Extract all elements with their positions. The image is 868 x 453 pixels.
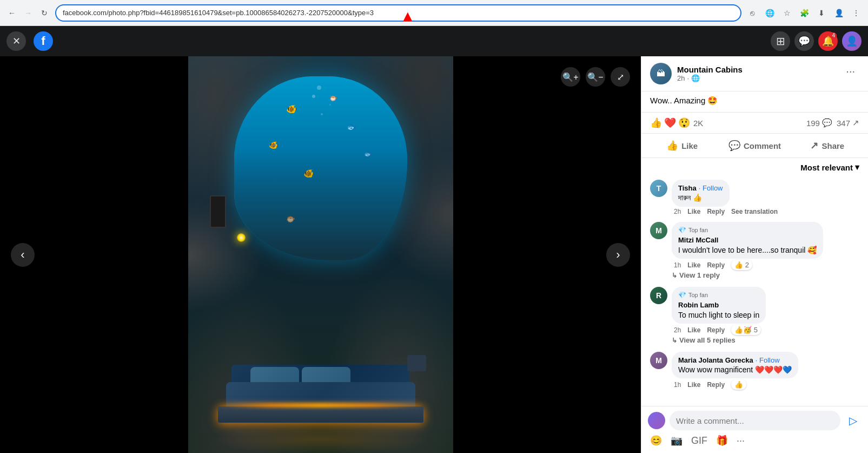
account-icon[interactable]: 👤 [842, 31, 862, 51]
comment-item: M Maria Jolanta Gorecka · Follow Wow wow… [646, 349, 864, 393]
robin-like-button[interactable]: Like [687, 326, 700, 334]
browser-toolbar: ⎋ 🌐 ☆ 🧩 ⬇ 👤 ⋮ [745, 5, 864, 21]
fish: 🐡 [329, 95, 337, 102]
comment-tools: 😊 📷 GIF 🎁 ··· [648, 432, 747, 449]
comment-toolbar: 😊 📷 GIF 🎁 ··· [641, 430, 868, 453]
diamond-icon: 💎 [678, 226, 686, 234]
gif-tool-button[interactable]: GIF [689, 432, 710, 449]
sticker-tool-button[interactable]: 🎁 [714, 432, 730, 449]
sort-button[interactable]: Most relevant ▾ [800, 162, 859, 172]
extensions-icon[interactable]: 🧩 [797, 5, 812, 21]
robin-view-replies-button[interactable]: ↳ View all 5 replies [672, 335, 736, 345]
robin-reaction-count: 👍🥳 5 [731, 325, 761, 335]
commenter-avatar [648, 412, 665, 429]
photo-tool-button[interactable]: 📷 [668, 432, 685, 449]
maria-reaction-count: 👍 [731, 379, 746, 390]
like-button[interactable]: 👍 Like [646, 136, 718, 155]
share-button[interactable]: ↗ Share [791, 136, 864, 155]
maria-avatar: M [650, 352, 667, 369]
notifications-icon[interactable]: 🔔4 [818, 31, 838, 51]
more-tools-button[interactable]: ··· [734, 432, 747, 449]
maria-comment-text: Wow wow magnificent ❤️❤️❤️💙 [678, 365, 792, 374]
apps-grid-icon[interactable]: ⊞ [771, 31, 790, 51]
comment-icon: 💬 [728, 140, 740, 152]
reaction-count: 2K [693, 119, 703, 128]
forward-button[interactable]: → [21, 5, 36, 21]
tisha-author-name: Tisha [678, 184, 697, 192]
bed-base [218, 406, 423, 423]
tisha-like-button[interactable]: Like [687, 208, 700, 215]
maria-author-name: Maria Jolanta Gorecka [678, 356, 753, 364]
zoom-out-button[interactable]: 🔍− [586, 67, 605, 87]
translate-icon[interactable]: 🌐 [762, 5, 777, 21]
mitzi-view-replies-button[interactable]: ↳ View 1 reply [672, 270, 720, 280]
messenger-icon[interactable]: 💬 [794, 31, 814, 51]
reaction-stats: 199 💬 347 ↗ [806, 118, 859, 128]
maria-follow-button[interactable]: · Follow [756, 356, 780, 364]
robin-comment-text: To much light to sleep in [678, 311, 759, 319]
nightstand [407, 355, 426, 371]
mitzi-comment-time: 1h [674, 261, 681, 269]
fish: 🐠 [269, 141, 278, 149]
download-icon[interactable]: ⬇ [814, 5, 829, 21]
mitzi-like-button[interactable]: Like [687, 261, 700, 269]
profile-icon[interactable]: 👤 [831, 5, 846, 21]
lamp [237, 233, 246, 242]
fish: 🐟 [347, 122, 356, 131]
menu-icon[interactable]: ⋮ [849, 5, 864, 21]
nav-buttons: ← → ↻ [4, 5, 52, 21]
post-text: Wow.. Amazing 🤩 [650, 96, 718, 105]
robin-comment-time: 2h [674, 326, 681, 334]
facebook-logo-button[interactable]: f [34, 31, 53, 51]
floor-glow [213, 423, 429, 454]
comments-section: T Tisha · Follow দারুন 👍 2h Like Reply S… [641, 176, 868, 406]
bubble [312, 95, 315, 98]
tisha-follow-button[interactable]: · Follow [699, 184, 723, 192]
close-button[interactable]: ✕ [6, 31, 26, 51]
tisha-translate-button[interactable]: See translation [731, 208, 778, 215]
reaction-summary: 👍 ❤️ 😲 2K [650, 117, 703, 129]
comment-button[interactable]: 💬 Comment [718, 136, 791, 155]
mitzi-avatar: M [650, 222, 667, 239]
like-emoji: 👍 [650, 117, 662, 129]
send-comment-button[interactable]: ▷ [845, 412, 862, 429]
comment-text-input[interactable] [670, 411, 840, 430]
fish: 🐠 [286, 104, 297, 114]
mitzi-comment-text: I wouldn't love to be here....so tranqui… [678, 246, 817, 254]
maria-reply-button[interactable]: Reply [707, 381, 725, 389]
maria-comment-bubble: Maria Jolanta Gorecka · Follow Wow wow m… [672, 352, 798, 378]
post-meta: 2h · 🌐 [677, 74, 743, 82]
share-count: 347 ↗ [837, 118, 859, 128]
door-frame [210, 195, 226, 228]
cast-icon[interactable]: ⎋ [745, 5, 760, 21]
robin-comment-actions: 2h Like Reply 👍🥳 5 [672, 324, 859, 335]
next-photo-button[interactable]: › [606, 243, 630, 267]
back-button[interactable]: ← [4, 5, 19, 21]
reply-arrow-icon: ↳ [672, 272, 677, 279]
maria-like-button[interactable]: Like [687, 381, 700, 389]
prev-photo-button[interactable]: ‹ [11, 243, 35, 267]
fullscreen-button[interactable]: ⤢ [611, 67, 630, 87]
porthole-window: 🐠 🐟 🐡 🐠 🐟 🐠 🐡 [234, 76, 407, 260]
robin-top-fan-badge: 💎 Top fan [678, 291, 759, 299]
robin-reply-button[interactable]: Reply [707, 326, 725, 334]
comment-item: M 💎 Top fan Mitzi McCall I wouldn't love… [646, 219, 864, 284]
tisha-comment-actions: 2h Like Reply See translation [672, 207, 859, 215]
reload-button[interactable]: ↻ [37, 5, 52, 21]
tisha-comment-body: Tisha · Follow দারুন 👍 2h Like Reply See… [672, 180, 859, 215]
bubble [317, 86, 321, 90]
mitzi-top-fan-badge: 💎 Top fan [678, 226, 817, 234]
robin-comment-body: 💎 Top fan Robin Lamb To much light to sl… [672, 287, 859, 345]
emoji-tool-button[interactable]: 😊 [648, 432, 664, 449]
bookmark-star-icon[interactable]: ☆ [779, 5, 794, 21]
mitzi-reply-button[interactable]: Reply [707, 261, 725, 269]
zoom-in-button[interactable]: 🔍+ [561, 67, 580, 87]
browser-chrome: ← → ↻ facebook.com/photo.php?fbid=446189… [0, 0, 868, 26]
reaction-emojis: 👍 ❤️ 😲 [650, 117, 690, 129]
love-emoji: ❤️ [664, 117, 676, 129]
tisha-reply-button[interactable]: Reply [707, 208, 725, 215]
author-details: Mountain Cabins 2h · 🌐 [677, 65, 743, 82]
maria-comment-time: 1h [674, 381, 681, 389]
more-options-button[interactable]: ··· [842, 63, 859, 80]
address-bar[interactable]: facebook.com/photo.php?fbid=446189851610… [55, 4, 741, 22]
